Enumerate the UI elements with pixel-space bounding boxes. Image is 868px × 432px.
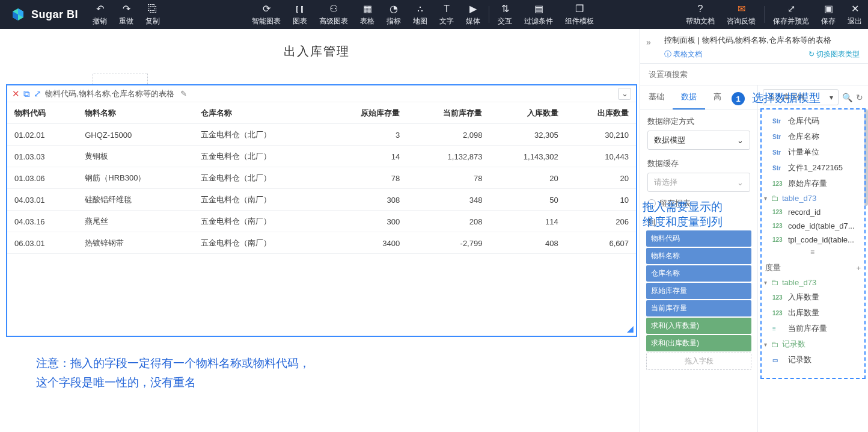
toolbar-table-button[interactable]: ▦表格 bbox=[354, 0, 381, 29]
tree-item[interactable]: 123原始库存量 bbox=[760, 176, 866, 191]
tree-item[interactable]: Str仓库名称 bbox=[760, 129, 866, 144]
table-widget[interactable]: ✕ ⧉ ⤢ 物料代码,物料名称,仓库名称等的表格 ✎ ⌄ 物料代码物料名称仓库名… bbox=[6, 84, 637, 337]
media-icon: ▶ bbox=[469, 3, 477, 15]
tree-item[interactable]: Str仓库代码 bbox=[760, 113, 866, 129]
table-row[interactable]: 01.03.06钢筋（HRB300）五金电料仓（北厂）78782020 bbox=[7, 167, 636, 189]
chevron-down-icon: ▾ bbox=[764, 279, 767, 286]
refresh-icon[interactable]: ↻ bbox=[856, 93, 863, 102]
copy-icon[interactable]: ⧉ bbox=[23, 88, 30, 99]
tree-item[interactable]: ▭记录数 bbox=[760, 352, 866, 368]
field-chip[interactable]: 仓库名称 bbox=[646, 265, 751, 282]
cell: 208 bbox=[407, 211, 489, 232]
table-row[interactable]: 01.02.01GHQZ-15000五金电料仓（北厂）32,09832,3053… bbox=[7, 124, 636, 146]
toolbar-media-button[interactable]: ▶媒体 bbox=[460, 0, 486, 29]
toolbar-undo-button[interactable]: ↶撤销 bbox=[87, 0, 113, 29]
toolbar-template-button[interactable]: ❒组件模板 bbox=[559, 0, 600, 29]
cache-select[interactable]: 请选择⌄ bbox=[647, 173, 750, 192]
doc-link[interactable]: ⓘ 表格文档 bbox=[664, 49, 702, 60]
toolbar-indicator-button[interactable]: ◔指标 bbox=[381, 0, 407, 29]
toolbar-copy-button[interactable]: ⿻复制 bbox=[139, 0, 166, 29]
column-header[interactable]: 原始库存量 bbox=[325, 102, 407, 124]
tab-0[interactable]: 基础 bbox=[640, 85, 673, 110]
toolbar-redo-button[interactable]: ↷重做 bbox=[113, 0, 139, 29]
chevron-down-icon: ⌄ bbox=[737, 136, 744, 145]
column-header[interactable]: 出库数量 bbox=[566, 102, 636, 124]
toolbar-smart-button[interactable]: ⟳智能图表 bbox=[246, 0, 287, 29]
tree-item[interactable]: 123tpl_code_id(table... bbox=[760, 233, 866, 247]
column-header[interactable]: 物料代码 bbox=[7, 102, 78, 124]
map-icon: ⛬ bbox=[415, 3, 425, 15]
chip-drop-zone[interactable]: 拖入字段 bbox=[646, 353, 751, 370]
type-badge: Str bbox=[772, 118, 784, 125]
cell: 01.03.03 bbox=[7, 146, 78, 167]
field-chip[interactable]: 物料名称 bbox=[646, 248, 751, 264]
field-chip[interactable]: 原始库存量 bbox=[646, 283, 751, 299]
toolbar-advchart-button[interactable]: ⚇高级图表 bbox=[313, 0, 354, 29]
toolbar-feedback-button[interactable]: ✉咨询反馈 bbox=[721, 0, 762, 29]
toolbar-filter-button[interactable]: ▤过滤条件 bbox=[518, 0, 559, 29]
cell: 五金电料仓（南厂） bbox=[194, 211, 325, 232]
annotation-text-2: 拖入需要显示的维度和度量到列 bbox=[643, 200, 723, 229]
resize-handle-icon[interactable]: ◢ bbox=[627, 324, 634, 333]
tree-item[interactable]: Str计量单位 bbox=[760, 144, 866, 160]
toolbar-label: 地图 bbox=[413, 16, 427, 26]
table-row[interactable]: 04.03.16燕尾丝五金电料仓（南厂）300208114206 bbox=[7, 211, 636, 232]
table-row[interactable]: 06.03.01热镀锌钢带五金电料仓（南厂）3400-2,7994086,607 bbox=[7, 232, 636, 254]
tree-group[interactable]: ▾ 🗀 table_d73 bbox=[760, 191, 866, 205]
collapse-panel-icon[interactable]: » bbox=[646, 37, 651, 47]
cell: 10,443 bbox=[566, 146, 636, 167]
column-header[interactable]: 物料名称 bbox=[78, 102, 194, 124]
chevron-down-icon: ⌄ bbox=[737, 178, 744, 187]
tree-group[interactable]: ▾ 🗀 记录数 bbox=[760, 336, 866, 352]
cell: 五金电料仓（北厂） bbox=[194, 167, 325, 189]
toolbar-text-button[interactable]: T文字 bbox=[433, 0, 460, 29]
tree-group[interactable]: ▾ 🗀 table_d73 bbox=[760, 276, 866, 289]
column-header[interactable]: 入库数量 bbox=[489, 102, 565, 124]
column-header[interactable]: 仓库名称 bbox=[194, 102, 325, 124]
type-badge: 123 bbox=[772, 209, 784, 215]
canvas[interactable]: 出入库管理 ✕ ⧉ ⤢ 物料代码,物料名称,仓库名称等的表格 ✎ ⌄ 物料代码物… bbox=[0, 29, 640, 432]
tree-item-label: 出库数量 bbox=[788, 307, 819, 318]
column-header[interactable]: 当前库存量 bbox=[407, 102, 489, 124]
toolbar-exit-button[interactable]: ✕退出 bbox=[842, 0, 868, 29]
tree-item[interactable]: 123code_id(table_d7... bbox=[760, 219, 866, 233]
tree-item[interactable]: 123出库数量 bbox=[760, 305, 866, 321]
toolbar-interact-button[interactable]: ⇅交互 bbox=[492, 0, 518, 29]
drag-handle-icon[interactable]: ≡ bbox=[760, 247, 866, 258]
switch-chart-link[interactable]: ↻ 切换图表类型 bbox=[808, 49, 860, 60]
toolbar-chart-button[interactable]: ⫿⫿图表 bbox=[287, 0, 313, 29]
note-text: 注意：拖入的字段一定得有一个物料名称或物料代码， 这个字段是唯一性的，没有重名 bbox=[36, 354, 310, 393]
scrollbar[interactable] bbox=[864, 110, 868, 206]
tree-item[interactable]: ≡当前库存量 bbox=[760, 321, 866, 336]
binding-select[interactable]: 数据模型⌄ bbox=[647, 131, 750, 150]
tree-item[interactable]: 123record_id bbox=[760, 205, 866, 219]
cell: 04.03.01 bbox=[7, 189, 78, 211]
field-chip[interactable]: 当前库存量 bbox=[646, 300, 751, 316]
expand-icon[interactable]: ⤢ bbox=[34, 88, 41, 99]
table-row[interactable]: 01.03.03黄铜板五金电料仓（北厂）141,132,8731,143,302… bbox=[7, 146, 636, 167]
edit-icon[interactable]: ✎ bbox=[180, 89, 187, 98]
tree-item[interactable]: 123入库数量 bbox=[760, 289, 866, 305]
widget-title: 物料代码,物料名称,仓库名称等的表格 bbox=[45, 88, 174, 99]
chevron-down-icon: ▾ bbox=[830, 93, 833, 102]
table-row[interactable]: 04.03.01硅酸铝纤维毯五金电料仓（南厂）3083485010 bbox=[7, 189, 636, 211]
toolbar-map-button[interactable]: ⛬地图 bbox=[407, 0, 433, 29]
search-icon[interactable]: 🔍 bbox=[842, 93, 852, 102]
widget-menu-dropdown[interactable]: ⌄ bbox=[618, 88, 631, 100]
tab-2[interactable]: 高 bbox=[705, 85, 730, 110]
toolbar-label: 过滤条件 bbox=[524, 16, 553, 26]
advchart-icon: ⚇ bbox=[329, 3, 338, 15]
field-chip[interactable]: 求和(出库数量) bbox=[646, 335, 751, 351]
field-chip[interactable]: 求和(入库数量) bbox=[646, 318, 751, 334]
toolbar-save-button[interactable]: ▣保存 bbox=[815, 0, 842, 29]
tree-body[interactable]: Str仓库代码Str仓库名称Str计量单位Str文件1_2472165123原始… bbox=[758, 110, 868, 432]
delete-icon[interactable]: ✕ bbox=[12, 88, 20, 99]
toolbar-preview-button[interactable]: ⤢保存并预览 bbox=[767, 0, 815, 29]
tree-item[interactable]: Str文件1_2472165 bbox=[760, 160, 866, 176]
type-badge: ≡ bbox=[772, 326, 784, 332]
field-chip[interactable]: 物料代码 bbox=[646, 230, 751, 247]
toolbar-help-button[interactable]: ?帮助文档 bbox=[680, 0, 721, 29]
add-icon[interactable]: + bbox=[856, 264, 861, 273]
tab-1[interactable]: 数据 bbox=[673, 85, 705, 110]
settings-search-input[interactable] bbox=[640, 64, 868, 85]
